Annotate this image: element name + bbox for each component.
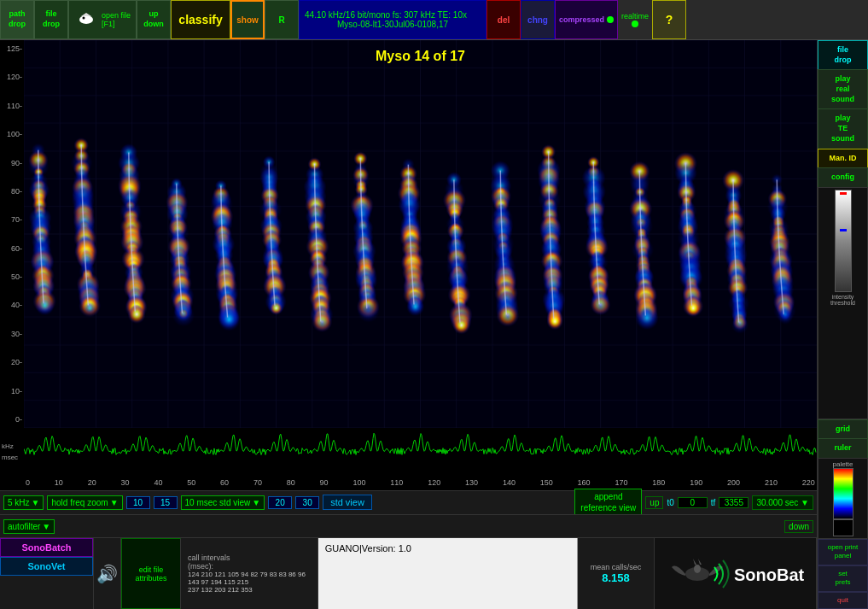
t0-label: t0 bbox=[667, 498, 673, 507]
waveform-canvas-wrap[interactable] bbox=[24, 428, 817, 475]
intervals-label: call intervals (msec): bbox=[188, 553, 311, 571]
msec-view-dropdown[interactable]: 10 msec std view ▼ bbox=[181, 495, 265, 510]
edit-file-attributes-button[interactable]: edit file attributes bbox=[121, 538, 181, 609]
msec-val4-input[interactable] bbox=[295, 496, 319, 509]
hold-freq-zoom-dropdown[interactable]: hold freq zoom ▼ bbox=[47, 495, 122, 510]
palette-label: palette bbox=[832, 460, 853, 468]
mean-calls: mean calls/sec 8.158 bbox=[578, 538, 655, 609]
dropdown-arrow3: ▼ bbox=[252, 498, 260, 507]
khz-label: kHz bbox=[2, 442, 22, 450]
call-intervals: call intervals (msec): 124 210 121 105 9… bbox=[181, 538, 318, 609]
guano-info: GUANO|Version: 1.0 bbox=[318, 538, 578, 609]
svg-point-2 bbox=[83, 17, 85, 20]
bottom-panel: SonoBatch SonoVet 🔊 edit file attributes… bbox=[0, 537, 817, 609]
autofilter-dropdown[interactable]: autofilter ▼ bbox=[3, 519, 55, 534]
waveform-container: kHz msec bbox=[0, 428, 817, 475]
play-te-sound-button[interactable]: play TE sound bbox=[818, 108, 868, 148]
realtime-label: realtime bbox=[621, 12, 649, 20]
tf-label: tf bbox=[711, 498, 716, 507]
del-button[interactable]: del bbox=[486, 0, 521, 39]
svg-point-0 bbox=[79, 15, 93, 24]
sonobat-logo-svg: SonoBat bbox=[667, 550, 804, 597]
freq-display: 44.10 kHz/16 bit/mono fs: 307 kHz TE: 10… bbox=[299, 0, 486, 39]
file-name: Myso-08-lt1-30Jul06-0108,17 bbox=[305, 20, 481, 29]
time-axis-labels: 0 10 20 30 40 50 60 70 80 90 100 110 120… bbox=[24, 475, 817, 490]
intensity-slider[interactable] bbox=[835, 190, 852, 292]
tf-input[interactable] bbox=[719, 497, 749, 508]
intervals-vals1: 124 210 121 105 94 82 79 83 83 86 96 143… bbox=[188, 571, 311, 586]
speaker-icon: 🔊 bbox=[96, 564, 118, 584]
svg-text:SonoBat: SonoBat bbox=[734, 565, 804, 584]
freq-zoom-dropdown[interactable]: 5 kHz ▼ bbox=[3, 495, 44, 510]
spectrogram-container[interactable]: 125- 120- 110- 100- 90- 80- 70- 60- 50- … bbox=[0, 40, 817, 428]
grid-button[interactable]: grid bbox=[818, 419, 868, 439]
duration-dropdown[interactable]: 30.000 sec ▼ bbox=[752, 495, 813, 510]
time-axis: 0 10 20 30 40 50 60 70 80 90 100 110 120… bbox=[0, 475, 817, 490]
waveform-yaxis: kHz msec bbox=[0, 428, 24, 475]
t0-input[interactable] bbox=[678, 497, 708, 508]
chng-button[interactable]: chng bbox=[521, 0, 555, 39]
svg-point-5 bbox=[694, 565, 701, 573]
realtime-indicator bbox=[632, 20, 638, 27]
bird-icon bbox=[74, 8, 98, 32]
intensity-area: intensity threshold bbox=[818, 187, 868, 419]
file-drop-button[interactable]: file drop bbox=[34, 0, 68, 39]
spectrogram-main[interactable]: Myso 14 of 17 bbox=[24, 40, 817, 428]
dropdown-arrow5: ▼ bbox=[42, 522, 50, 531]
controls-row1: 5 kHz ▼ hold freq zoom ▼ 10 msec std vie… bbox=[0, 490, 817, 514]
classify-button[interactable]: classify bbox=[171, 0, 230, 39]
r-button[interactable]: R bbox=[265, 0, 299, 39]
intensity-blue-indicator bbox=[840, 229, 847, 231]
dropdown-arrow2: ▼ bbox=[110, 498, 119, 507]
help-button[interactable]: ? bbox=[652, 0, 686, 39]
view-up-button[interactable]: up bbox=[645, 496, 663, 509]
path-drop-button[interactable]: path drop bbox=[0, 0, 34, 39]
spectrogram-title: Myso 14 of 17 bbox=[376, 49, 465, 64]
guano-label: GUANO|Version: 1.0 bbox=[325, 543, 570, 553]
controls-row2: autofilter ▼ down bbox=[0, 514, 817, 538]
left-panel: 125- 120- 110- 100- 90- 80- 70- 60- 50- … bbox=[0, 40, 817, 609]
intervals-vals2: 237 132 203 212 353 bbox=[188, 586, 311, 594]
msec-val3-input[interactable] bbox=[268, 496, 292, 509]
file-drop-right-button[interactable]: file drop bbox=[818, 40, 868, 69]
open-print-panel-button[interactable]: open print panel bbox=[818, 539, 868, 565]
palette-area: palette bbox=[818, 458, 868, 539]
dropdown-arrow: ▼ bbox=[32, 498, 40, 507]
compressed-button[interactable]: compressed bbox=[555, 0, 618, 39]
ruler-button[interactable]: ruler bbox=[818, 438, 868, 458]
dropdown-arrow4: ▼ bbox=[801, 498, 809, 507]
up-down-button[interactable]: up down bbox=[137, 0, 171, 39]
bottom-left: SonoBatch SonoVet bbox=[0, 538, 94, 609]
intensity-label: intensity threshold bbox=[830, 294, 855, 306]
sonobatch-button[interactable]: SonoBatch bbox=[0, 538, 93, 557]
main-layout: 125- 120- 110- 100- 90- 80- 70- 60- 50- … bbox=[0, 40, 868, 609]
sonovet-button[interactable]: SonoVet bbox=[0, 557, 93, 576]
palette-bar[interactable] bbox=[833, 468, 853, 519]
config-button[interactable]: config bbox=[818, 167, 868, 187]
speaker-button[interactable]: 🔊 bbox=[94, 538, 121, 609]
freq-val2-input[interactable] bbox=[154, 496, 178, 509]
open-file-button[interactable]: open file [F1] bbox=[68, 0, 137, 39]
show-button[interactable]: show bbox=[230, 0, 265, 39]
compressed-indicator bbox=[607, 16, 614, 23]
svg-marker-1 bbox=[81, 13, 91, 16]
right-panel: file drop play real sound play TE sound … bbox=[817, 40, 868, 609]
mean-calls-label: mean calls/sec bbox=[591, 563, 642, 571]
waveform-canvas bbox=[24, 428, 817, 475]
realtime-area: realtime bbox=[618, 0, 652, 39]
view-down-button[interactable]: down bbox=[784, 520, 813, 533]
y-axis: 125- 120- 110- 100- 90- 80- 70- 60- 50- … bbox=[0, 40, 24, 428]
msec-label: msec bbox=[2, 454, 22, 461]
play-real-sound-button[interactable]: play real sound bbox=[818, 69, 868, 108]
top-toolbar: path drop file drop open file [F1] up do… bbox=[0, 0, 868, 40]
spectrogram-canvas bbox=[24, 40, 817, 428]
freq-val1-input[interactable] bbox=[126, 496, 150, 509]
set-prefs-button[interactable]: set prefs bbox=[818, 565, 868, 592]
intensity-red-indicator bbox=[840, 192, 847, 195]
quit-button[interactable]: quit bbox=[818, 592, 868, 609]
mean-calls-value: 8.158 bbox=[602, 571, 630, 584]
std-view-button[interactable]: std view bbox=[323, 495, 372, 510]
man-id-button[interactable]: Man. ID bbox=[818, 149, 868, 168]
append-reference-button[interactable]: append reference view bbox=[574, 489, 642, 516]
palette-black bbox=[833, 519, 853, 536]
